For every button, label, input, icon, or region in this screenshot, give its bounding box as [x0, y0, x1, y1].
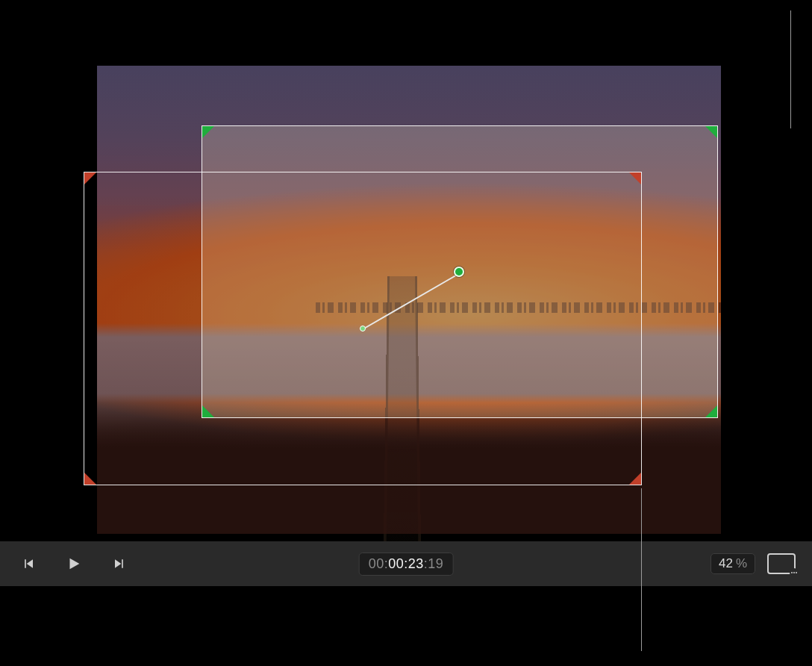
play-button[interactable]: [64, 554, 84, 573]
timecode-hours: 00: [369, 556, 384, 571]
callout-line-lower: [641, 488, 642, 651]
timecode-minutes: 00: [388, 556, 404, 571]
zoom-level-control[interactable]: 42 %: [710, 553, 755, 574]
timecode-display[interactable]: 00:00:23:19: [359, 553, 454, 576]
start-frame-handle-bl[interactable]: [84, 473, 96, 485]
zoom-value: 42: [719, 556, 733, 571]
timecode-frames: 19: [428, 556, 443, 571]
end-frame-handle-tl[interactable]: [202, 126, 214, 138]
start-frame-handle-br[interactable]: [629, 473, 641, 485]
next-edit-button[interactable]: [109, 554, 128, 573]
timecode-seconds: 23: [408, 556, 424, 571]
view-options-menu[interactable]: [767, 553, 796, 574]
skip-back-icon: [22, 556, 37, 571]
playback-toolbar: 00:00:23:19 42 %: [0, 541, 812, 586]
ken-burns-end-frame[interactable]: [202, 125, 718, 418]
viewer-canvas[interactable]: [0, 0, 812, 541]
previous-edit-button[interactable]: [19, 554, 39, 573]
start-frame-handle-tl[interactable]: [84, 172, 96, 184]
play-icon: [66, 555, 82, 572]
skip-forward-icon: [111, 556, 126, 571]
end-frame-handle-br[interactable]: [705, 405, 717, 417]
end-frame-handle-tr[interactable]: [705, 126, 717, 138]
callout-line-upper: [790, 10, 791, 128]
ellipsis-icon: [790, 568, 799, 577]
zoom-unit: %: [736, 556, 747, 571]
end-frame-handle-bl[interactable]: [202, 405, 214, 417]
